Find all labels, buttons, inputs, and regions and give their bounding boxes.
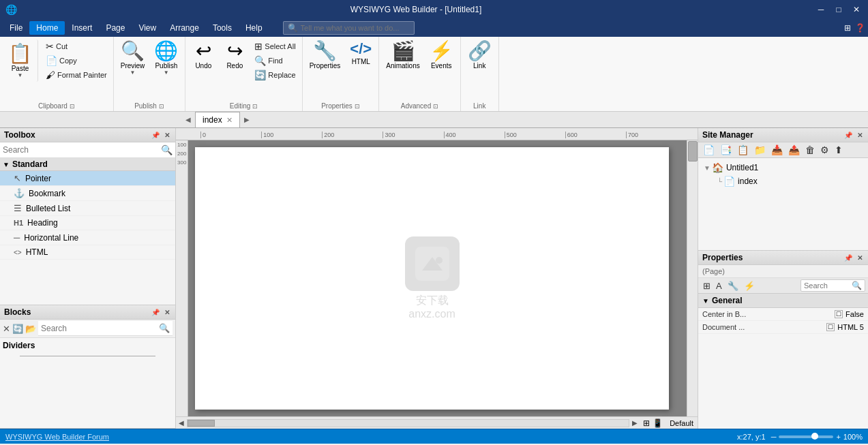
toolbox-search-input[interactable] xyxy=(3,145,161,155)
scrollbar-thumb-vertical[interactable] xyxy=(688,141,698,162)
canvas-content[interactable]: 安下载anxz.com xyxy=(188,140,687,416)
site-manager-pin-button[interactable]: 📌 xyxy=(843,132,854,139)
site-tree: ▼ 🏠 Untitled1 └ 📄 index xyxy=(698,158,868,250)
scroll-left-button[interactable]: ◀ xyxy=(176,419,187,427)
blocks-refresh-button[interactable]: 🔄 xyxy=(12,324,23,334)
toolbox-pin-button[interactable]: 📌 xyxy=(150,132,161,139)
editing-expander[interactable]: ⊡ xyxy=(252,103,258,110)
minimize-button[interactable]: ─ xyxy=(815,5,827,14)
prop-layout-button[interactable]: ⊞ xyxy=(701,280,713,292)
restore-button[interactable]: □ xyxy=(833,5,845,14)
zoom-out-button[interactable]: ─ xyxy=(771,433,777,441)
scrollbar-thumb-horizontal[interactable] xyxy=(188,420,215,427)
animations-button[interactable]: 🎬 Animations xyxy=(382,40,423,72)
blocks-close-button[interactable]: ✕ xyxy=(163,309,171,316)
toolbox-item-pointer[interactable]: ↖ Pointer xyxy=(0,171,175,186)
toolbar-toggle[interactable]: ⊞ xyxy=(844,23,851,33)
zoom-thumb[interactable] xyxy=(811,433,818,440)
page-selector[interactable]: Default xyxy=(665,419,698,427)
prop-text-button[interactable]: A xyxy=(714,280,724,292)
tab-prev-button[interactable]: ◀ xyxy=(181,113,195,126)
toolbox-item-horizontal-line[interactable]: ─ Horizontal Line xyxy=(0,230,175,245)
format-painter-button[interactable]: 🖌 Format Painter xyxy=(42,68,110,82)
help-icon[interactable]: ❓ xyxy=(855,23,865,33)
sm-duplicate-button[interactable]: 📑 xyxy=(718,144,734,156)
sm-export-button[interactable]: 📤 xyxy=(786,144,802,156)
doc-tab-index[interactable]: index ✕ xyxy=(195,112,240,127)
sm-delete-button[interactable]: 🗑 xyxy=(803,144,817,156)
prop-search-input[interactable] xyxy=(804,281,852,290)
prop-appearance-button[interactable]: 🔧 xyxy=(725,280,740,292)
toolbox-item-html[interactable]: <> HTML xyxy=(0,245,175,260)
publish-button[interactable]: 🌐 Publish ▼ xyxy=(150,40,182,78)
site-manager-close-button[interactable]: ✕ xyxy=(856,132,864,139)
prop-events-button[interactable]: ⚡ xyxy=(742,280,757,292)
find-button[interactable]: 🔍 Find xyxy=(251,54,299,67)
toolbox-close-button[interactable]: ✕ xyxy=(163,132,171,139)
canvas-scrollbar-vertical[interactable] xyxy=(687,140,698,416)
toolbox-search-icon[interactable]: 🔍 xyxy=(161,144,173,155)
properties-pin-button[interactable]: 📌 xyxy=(843,254,854,262)
paste-button[interactable]: 📋 Paste ▼ xyxy=(3,40,38,82)
menu-file[interactable]: File xyxy=(3,21,29,35)
select-all-button[interactable]: ⊞ Select All xyxy=(251,40,299,53)
undo-button[interactable]: ↩ Undo xyxy=(188,40,218,72)
link-button[interactable]: 🔗 Link xyxy=(464,40,496,72)
copy-button[interactable]: 📄 Copy xyxy=(42,54,110,67)
toolbox-item-heading[interactable]: H1 Heading xyxy=(0,216,175,230)
scroll-right-button[interactable]: ▶ xyxy=(629,419,640,427)
tab-close-button[interactable]: ✕ xyxy=(226,116,233,125)
events-button[interactable]: ⚡ Events xyxy=(425,40,458,72)
menu-insert[interactable]: Insert xyxy=(65,21,99,35)
scrollbar-horizontal[interactable] xyxy=(187,419,629,427)
prop-checkbox-1[interactable]: ☐ xyxy=(826,323,835,331)
menu-view[interactable]: View xyxy=(132,21,163,35)
blocks-folder-button[interactable]: 📂 xyxy=(25,324,36,334)
blocks-toolbar: ✕ 🔄 📂 🔍 xyxy=(0,320,175,338)
blocks-pin-button[interactable]: 📌 xyxy=(150,309,161,316)
tab-next-button[interactable]: ▶ xyxy=(240,113,254,126)
menu-tools[interactable]: Tools xyxy=(206,21,239,35)
toolbox-category-standard[interactable]: ▼ Standard xyxy=(0,158,175,171)
preview-button[interactable]: 🔍 Preview ▼ xyxy=(117,40,149,78)
blocks-search-icon[interactable]: 🔍 xyxy=(159,323,170,333)
blocks-search-input[interactable] xyxy=(41,324,159,333)
tree-item-index[interactable]: └ 📄 index xyxy=(715,174,865,188)
sm-settings-button[interactable]: ⚙ xyxy=(818,144,831,156)
sm-new-page-button[interactable]: 📄 xyxy=(701,144,717,156)
menu-help[interactable]: Help xyxy=(239,21,269,35)
html-icon: <> xyxy=(14,249,22,256)
menu-home[interactable]: Home xyxy=(29,21,65,35)
clipboard-expander[interactable]: ⊡ xyxy=(70,103,75,110)
close-button[interactable]: ✕ xyxy=(850,5,863,14)
sm-folder-button[interactable]: 📁 xyxy=(752,144,768,156)
zoom-slider[interactable] xyxy=(779,435,833,438)
publish-expander[interactable]: ⊡ xyxy=(159,103,164,110)
prop-checkbox-0[interactable]: ☐ xyxy=(835,310,843,318)
responsive-button[interactable]: 📱 xyxy=(653,418,663,428)
replace-button[interactable]: 🔄 Replace xyxy=(251,68,299,82)
menu-page[interactable]: Page xyxy=(99,21,132,35)
sm-template-button[interactable]: 📋 xyxy=(735,144,751,156)
cut-button[interactable]: ✂ Cut xyxy=(42,40,110,53)
properties-expander[interactable]: ⊡ xyxy=(355,103,360,110)
redo-button[interactable]: ↪ Redo xyxy=(220,40,250,72)
menu-arrange[interactable]: Arrange xyxy=(163,21,206,35)
properties-close-button[interactable]: ✕ xyxy=(856,254,864,262)
tree-item-site[interactable]: ▼ 🏠 Untitled1 xyxy=(701,161,865,174)
sm-import-button[interactable]: 📥 xyxy=(769,144,785,156)
sm-up-button[interactable]: ⬆ xyxy=(833,144,845,156)
prop-search-icon[interactable]: 🔍 xyxy=(852,281,862,290)
toolbox-item-bulleted-list[interactable]: ☰ Bulleted List xyxy=(0,201,175,216)
menu-search-input[interactable] xyxy=(301,24,410,32)
toolbox-item-bookmark[interactable]: ⚓ Bookmark xyxy=(0,186,175,201)
prop-section-general[interactable]: ▼ General xyxy=(698,294,868,308)
blocks-delete-button[interactable]: ✕ xyxy=(3,324,10,334)
zoom-in-button[interactable]: + xyxy=(836,433,840,441)
advanced-expander[interactable]: ⊡ xyxy=(433,103,438,110)
page-view-button[interactable]: ⊞ xyxy=(643,418,650,428)
forum-link[interactable]: WYSIWYG Web Builder Forum xyxy=(5,433,109,441)
pointer-icon: ↖ xyxy=(14,173,21,183)
html-button[interactable]: </> HTML xyxy=(346,40,376,67)
properties-button[interactable]: 🔧 Properties xyxy=(305,40,345,72)
